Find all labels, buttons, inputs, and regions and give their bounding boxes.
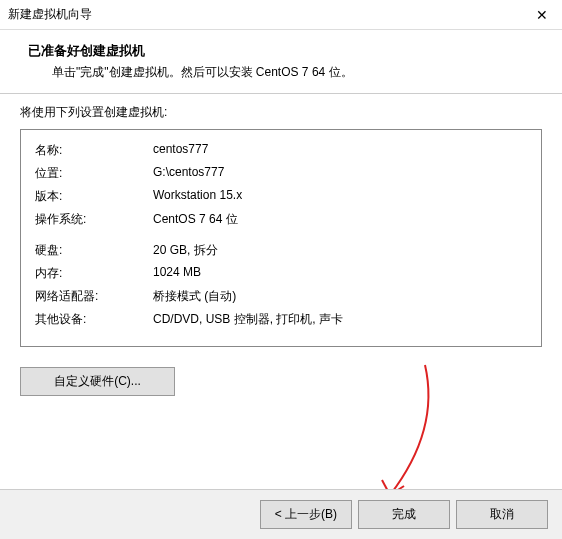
value-location: G:\centos777 (153, 165, 527, 182)
label-location: 位置: (35, 165, 153, 182)
label-other: 其他设备: (35, 311, 153, 328)
value-other: CD/DVD, USB 控制器, 打印机, 声卡 (153, 311, 527, 328)
settings-box: 名称: centos777 位置: G:\centos777 版本: Works… (20, 129, 542, 347)
table-row: 内存: 1024 MB (35, 265, 527, 282)
label-memory: 内存: (35, 265, 153, 282)
value-name: centos777 (153, 142, 527, 159)
table-row: 硬盘: 20 GB, 拆分 (35, 242, 527, 259)
footer-buttons: < 上一步(B) 完成 取消 (0, 489, 562, 539)
table-row: 其他设备: CD/DVD, USB 控制器, 打印机, 声卡 (35, 311, 527, 328)
value-disk: 20 GB, 拆分 (153, 242, 527, 259)
label-disk: 硬盘: (35, 242, 153, 259)
titlebar: 新建虚拟机向导 ✕ (0, 0, 562, 30)
settings-heading: 将使用下列设置创建虚拟机: (20, 104, 542, 121)
table-row: 位置: G:\centos777 (35, 165, 527, 182)
value-memory: 1024 MB (153, 265, 527, 282)
value-version: Workstation 15.x (153, 188, 527, 205)
value-os: CentOS 7 64 位 (153, 211, 527, 228)
value-network: 桥接模式 (自动) (153, 288, 527, 305)
table-row: 网络适配器: 桥接模式 (自动) (35, 288, 527, 305)
label-os: 操作系统: (35, 211, 153, 228)
page-title: 已准备好创建虚拟机 (28, 42, 542, 60)
content-area: 将使用下列设置创建虚拟机: 名称: centos777 位置: G:\cento… (0, 94, 562, 357)
close-icon[interactable]: ✕ (532, 7, 552, 23)
page-subtitle: 单击"完成"创建虚拟机。然后可以安装 CentOS 7 64 位。 (52, 64, 542, 81)
cancel-button[interactable]: 取消 (456, 500, 548, 529)
table-row: 操作系统: CentOS 7 64 位 (35, 211, 527, 228)
back-button[interactable]: < 上一步(B) (260, 500, 352, 529)
table-row: 版本: Workstation 15.x (35, 188, 527, 205)
table-row: 名称: centos777 (35, 142, 527, 159)
customize-hardware-button[interactable]: 自定义硬件(C)... (20, 367, 175, 396)
window-title: 新建虚拟机向导 (8, 6, 92, 23)
wizard-header: 已准备好创建虚拟机 单击"完成"创建虚拟机。然后可以安装 CentOS 7 64… (0, 30, 562, 93)
finish-button[interactable]: 完成 (358, 500, 450, 529)
label-name: 名称: (35, 142, 153, 159)
label-network: 网络适配器: (35, 288, 153, 305)
customize-area: 自定义硬件(C)... (0, 357, 562, 406)
label-version: 版本: (35, 188, 153, 205)
